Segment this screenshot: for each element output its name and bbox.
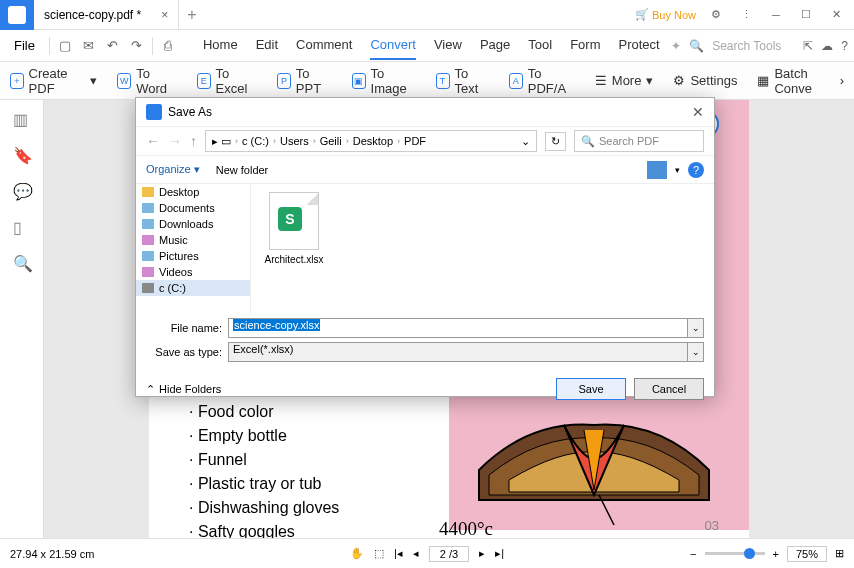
filetype-select[interactable]: Excel(*.xlsx) xyxy=(228,342,688,362)
tab-view[interactable]: View xyxy=(434,31,462,60)
mail-icon[interactable]: ✉ xyxy=(80,37,98,55)
add-tab-icon[interactable]: + xyxy=(179,6,204,24)
wand-icon[interactable]: ✦ xyxy=(671,39,681,53)
tree-desktop[interactable]: Desktop xyxy=(136,184,250,200)
settings-button[interactable]: ⚙ Settings xyxy=(673,73,737,88)
notify-icon[interactable]: ⋮ xyxy=(736,8,756,21)
tree-videos[interactable]: Videos xyxy=(136,264,250,280)
hand-tool-icon[interactable]: ✋ xyxy=(350,547,364,560)
zoom-in-icon[interactable]: + xyxy=(773,548,779,560)
batch-convert-button[interactable]: ▦ Batch Conve › xyxy=(757,66,844,96)
filename-dropdown-icon[interactable]: ⌄ xyxy=(688,318,704,338)
tree-documents[interactable]: Documents xyxy=(136,200,250,216)
to-image-button[interactable]: ▣To Image xyxy=(352,66,416,96)
bookmark-icon[interactable]: 🔖 xyxy=(13,146,31,164)
tree-pictures[interactable]: Pictures xyxy=(136,248,250,264)
zoom-slider[interactable] xyxy=(705,552,765,555)
tab-protect[interactable]: Protect xyxy=(618,31,659,60)
dialog-titlebar: Save As ✕ xyxy=(136,98,714,126)
search-placeholder[interactable]: Search Tools xyxy=(712,39,781,53)
tab-comment[interactable]: Comment xyxy=(296,31,352,60)
redo-icon[interactable]: ↷ xyxy=(128,37,146,55)
filetype-label: Save as type: xyxy=(146,346,228,358)
print-icon[interactable]: ⎙ xyxy=(159,37,177,55)
organize-button[interactable]: Organize ▾ xyxy=(146,163,200,176)
breadcrumb-dropdown-icon[interactable]: ⌄ xyxy=(521,135,530,148)
file-list[interactable]: S Architect.xlsx xyxy=(251,184,714,314)
tab-page[interactable]: Page xyxy=(480,31,510,60)
zoom-value[interactable]: 75% xyxy=(787,546,827,562)
tab-tool[interactable]: Tool xyxy=(528,31,552,60)
tree-music[interactable]: Music xyxy=(136,232,250,248)
filename-label: File name: xyxy=(146,322,228,334)
view-mode-button[interactable] xyxy=(647,161,667,179)
nav-back-icon[interactable]: ← xyxy=(146,133,160,149)
thumbnails-icon[interactable]: ▥ xyxy=(13,110,31,128)
tree-c-drive[interactable]: c (C:) xyxy=(136,280,250,296)
save-button[interactable]: Save xyxy=(556,378,626,400)
more-button[interactable]: ☰ More ▾ xyxy=(595,73,654,88)
to-pdfa-button[interactable]: ATo PDF/A xyxy=(509,66,575,96)
refresh-icon[interactable]: ↻ xyxy=(545,132,566,151)
gift-icon[interactable]: ⚙ xyxy=(706,8,726,21)
breadcrumb[interactable]: ▸ ▭ ›c (C:) ›Users ›Geili ›Desktop ›PDF … xyxy=(205,130,537,152)
create-pdf-button[interactable]: +Create PDF ▾ xyxy=(10,66,97,96)
pager: ✋ ⬚ |◂ ◂ 2 /3 ▸ ▸| xyxy=(350,546,504,562)
prev-page-icon[interactable]: ◂ xyxy=(413,547,419,560)
dialog-title: Save As xyxy=(168,105,212,119)
close-tab-icon[interactable]: × xyxy=(161,8,168,22)
to-ppt-button[interactable]: PTo PPT xyxy=(277,66,332,96)
hide-folders-button[interactable]: ⌃ Hide Folders xyxy=(146,383,221,396)
filename-input[interactable]: science-copy.xlsx xyxy=(228,318,688,338)
close-window-icon[interactable]: ✕ xyxy=(826,8,846,21)
tab-form[interactable]: Form xyxy=(570,31,600,60)
buy-now-link[interactable]: 🛒 Buy Now xyxy=(635,8,696,21)
to-excel-button[interactable]: ETo Excel xyxy=(197,66,257,96)
page-indicator[interactable]: 2 /3 xyxy=(429,546,469,562)
dialog-help-icon[interactable]: ? xyxy=(688,162,704,178)
dialog-icon xyxy=(146,104,162,120)
attachment-icon[interactable]: ▯ xyxy=(13,218,31,236)
dialog-footer: ⌃ Hide Folders Save Cancel xyxy=(136,370,714,408)
left-sidebar: ▥ 🔖 💬 ▯ 🔍 xyxy=(0,100,44,538)
comment-icon[interactable]: 💬 xyxy=(13,182,31,200)
tab-edit[interactable]: Edit xyxy=(256,31,278,60)
dialog-fields: File name: science-copy.xlsx ⌄ Save as t… xyxy=(136,314,714,370)
search-panel-icon[interactable]: 🔍 xyxy=(13,254,31,272)
file-architect[interactable]: S Architect.xlsx xyxy=(259,192,329,306)
fit-page-icon[interactable]: ⊞ xyxy=(835,547,844,560)
to-word-button[interactable]: WTo Word xyxy=(117,66,176,96)
first-page-icon[interactable]: |◂ xyxy=(394,547,403,560)
nav-forward-icon[interactable]: → xyxy=(168,133,182,149)
tab-convert[interactable]: Convert xyxy=(370,31,416,60)
view-dropdown-icon[interactable]: ▾ xyxy=(675,165,680,175)
page-number: 03 xyxy=(705,518,719,533)
filetype-dropdown-icon[interactable]: ⌄ xyxy=(688,342,704,362)
tree-downloads[interactable]: Downloads xyxy=(136,216,250,232)
cloud-icon[interactable]: ☁ xyxy=(821,39,833,53)
to-text-button[interactable]: TTo Text xyxy=(436,66,489,96)
menu-tabs: Home Edit Comment Convert View Page Tool… xyxy=(203,31,660,60)
chevron-up-icon: ⌃ xyxy=(146,383,155,396)
nav-up-icon[interactable]: ↑ xyxy=(190,133,197,149)
zoom-out-icon[interactable]: − xyxy=(690,548,696,560)
new-folder-button[interactable]: New folder xyxy=(216,164,269,176)
dialog-close-icon[interactable]: ✕ xyxy=(692,104,704,120)
save-icon[interactable]: ▢ xyxy=(56,37,74,55)
help-icon[interactable]: ? xyxy=(841,39,848,53)
excel-icon: S xyxy=(278,207,302,231)
cancel-button[interactable]: Cancel xyxy=(634,378,704,400)
document-tab[interactable]: science-copy.pdf * × xyxy=(34,0,179,30)
maximize-icon[interactable]: ☐ xyxy=(796,8,816,21)
last-page-icon[interactable]: ▸| xyxy=(495,547,504,560)
search-field[interactable]: 🔍 Search PDF xyxy=(574,130,704,152)
undo-icon[interactable]: ↶ xyxy=(104,37,122,55)
next-page-icon[interactable]: ▸ xyxy=(479,547,485,560)
app-logo xyxy=(0,0,34,30)
tab-home[interactable]: Home xyxy=(203,31,238,60)
minimize-icon[interactable]: ─ xyxy=(766,9,786,21)
file-menu[interactable]: File xyxy=(6,34,43,57)
select-tool-icon[interactable]: ⬚ xyxy=(374,547,384,560)
temperature-text: 4400°c xyxy=(439,518,493,538)
share-icon[interactable]: ⇱ xyxy=(803,39,813,53)
